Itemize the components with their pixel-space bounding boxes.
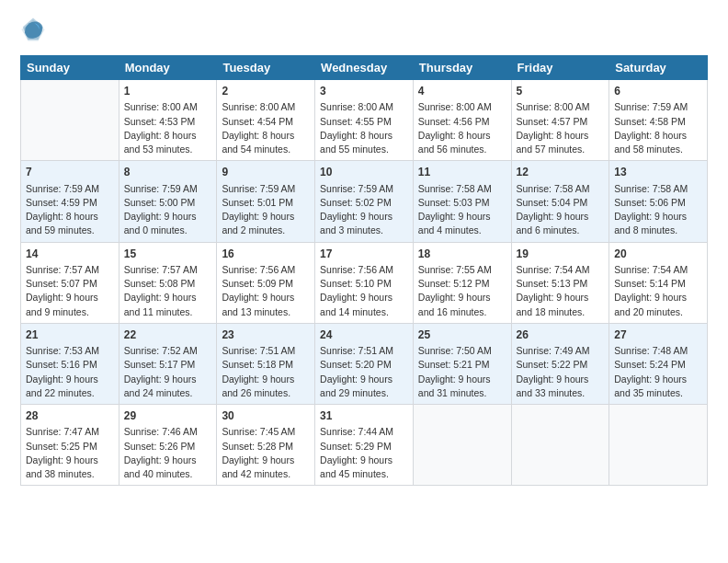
calendar-cell: 25Sunrise: 7:50 AM Sunset: 5:21 PM Dayli… — [413, 323, 511, 404]
day-info: Sunrise: 7:54 AM Sunset: 5:14 PM Dayligh… — [614, 263, 702, 319]
day-info: Sunrise: 7:47 AM Sunset: 5:25 PM Dayligh… — [26, 425, 114, 481]
col-header-monday: Monday — [119, 56, 217, 80]
day-number: 25 — [418, 327, 506, 343]
day-info: Sunrise: 7:58 AM Sunset: 5:06 PM Dayligh… — [614, 182, 702, 238]
day-number: 29 — [124, 408, 212, 424]
day-number: 9 — [222, 165, 310, 180]
day-number: 13 — [614, 165, 702, 180]
col-header-tuesday: Tuesday — [217, 56, 315, 80]
day-number: 10 — [320, 165, 408, 180]
calendar-cell: 1Sunrise: 8:00 AM Sunset: 4:53 PM Daylig… — [119, 80, 217, 161]
calendar-cell: 28Sunrise: 7:47 AM Sunset: 5:25 PM Dayli… — [21, 405, 119, 486]
page: SundayMondayTuesdayWednesdayThursdayFrid… — [0, 0, 728, 497]
day-number: 1 — [124, 84, 212, 99]
day-info: Sunrise: 7:57 AM Sunset: 5:08 PM Dayligh… — [124, 263, 212, 319]
day-number: 21 — [26, 327, 114, 343]
day-info: Sunrise: 7:49 AM Sunset: 5:22 PM Dayligh… — [517, 344, 605, 400]
day-number: 24 — [320, 327, 408, 343]
day-info: Sunrise: 7:46 AM Sunset: 5:26 PM Dayligh… — [124, 425, 212, 481]
calendar-cell: 30Sunrise: 7:45 AM Sunset: 5:28 PM Dayli… — [217, 405, 315, 486]
day-info: Sunrise: 7:59 AM Sunset: 5:00 PM Dayligh… — [124, 182, 212, 238]
calendar-cell: 15Sunrise: 7:57 AM Sunset: 5:08 PM Dayli… — [119, 242, 217, 323]
day-info: Sunrise: 7:59 AM Sunset: 4:59 PM Dayligh… — [26, 182, 114, 238]
day-info: Sunrise: 7:56 AM Sunset: 5:10 PM Dayligh… — [320, 263, 408, 319]
day-info: Sunrise: 7:58 AM Sunset: 5:04 PM Dayligh… — [517, 182, 605, 238]
calendar-week-row: 1Sunrise: 8:00 AM Sunset: 4:53 PM Daylig… — [21, 80, 708, 161]
calendar-cell: 26Sunrise: 7:49 AM Sunset: 5:22 PM Dayli… — [511, 323, 609, 404]
calendar-cell: 13Sunrise: 7:58 AM Sunset: 5:06 PM Dayli… — [609, 161, 708, 242]
day-number: 17 — [320, 247, 408, 262]
day-number: 28 — [26, 408, 114, 424]
day-number: 2 — [222, 84, 310, 99]
calendar-cell: 9Sunrise: 7:59 AM Sunset: 5:01 PM Daylig… — [217, 161, 315, 242]
day-number: 7 — [26, 165, 114, 180]
day-info: Sunrise: 7:51 AM Sunset: 5:18 PM Dayligh… — [222, 344, 310, 400]
calendar-week-row: 7Sunrise: 7:59 AM Sunset: 4:59 PM Daylig… — [21, 161, 708, 242]
col-header-saturday: Saturday — [609, 56, 708, 80]
day-info: Sunrise: 7:55 AM Sunset: 5:12 PM Dayligh… — [418, 263, 506, 319]
day-info: Sunrise: 7:52 AM Sunset: 5:17 PM Dayligh… — [124, 344, 212, 400]
day-info: Sunrise: 7:57 AM Sunset: 5:07 PM Dayligh… — [26, 263, 114, 319]
calendar-cell: 17Sunrise: 7:56 AM Sunset: 5:10 PM Dayli… — [315, 242, 414, 323]
day-info: Sunrise: 7:54 AM Sunset: 5:13 PM Dayligh… — [517, 263, 605, 319]
calendar-table: SundayMondayTuesdayWednesdayThursdayFrid… — [20, 55, 708, 486]
day-info: Sunrise: 7:53 AM Sunset: 5:16 PM Dayligh… — [26, 344, 114, 400]
day-number: 20 — [614, 247, 702, 262]
day-number: 11 — [418, 165, 506, 180]
day-number: 30 — [222, 408, 310, 424]
day-info: Sunrise: 7:59 AM Sunset: 5:01 PM Dayligh… — [222, 182, 310, 238]
day-number: 6 — [614, 84, 702, 99]
day-number: 12 — [517, 165, 605, 180]
day-info: Sunrise: 8:00 AM Sunset: 4:57 PM Dayligh… — [517, 100, 605, 156]
day-number: 22 — [124, 327, 212, 343]
day-info: Sunrise: 7:58 AM Sunset: 5:03 PM Dayligh… — [418, 182, 506, 238]
calendar-week-row: 21Sunrise: 7:53 AM Sunset: 5:16 PM Dayli… — [21, 323, 708, 404]
calendar-cell: 10Sunrise: 7:59 AM Sunset: 5:02 PM Dayli… — [315, 161, 414, 242]
day-number: 14 — [26, 247, 114, 262]
calendar-cell: 21Sunrise: 7:53 AM Sunset: 5:16 PM Dayli… — [21, 323, 119, 404]
calendar-cell: 2Sunrise: 8:00 AM Sunset: 4:54 PM Daylig… — [217, 80, 315, 161]
calendar-cell: 29Sunrise: 7:46 AM Sunset: 5:26 PM Dayli… — [119, 405, 217, 486]
calendar-cell — [21, 80, 119, 161]
calendar-cell: 6Sunrise: 7:59 AM Sunset: 4:58 PM Daylig… — [609, 80, 708, 161]
col-header-sunday: Sunday — [21, 56, 119, 80]
calendar-cell — [609, 405, 708, 486]
day-number: 26 — [517, 327, 605, 343]
day-info: Sunrise: 7:51 AM Sunset: 5:20 PM Dayligh… — [320, 344, 408, 400]
calendar-week-row: 14Sunrise: 7:57 AM Sunset: 5:07 PM Dayli… — [21, 242, 708, 323]
calendar-cell: 23Sunrise: 7:51 AM Sunset: 5:18 PM Dayli… — [217, 323, 315, 404]
calendar-cell: 11Sunrise: 7:58 AM Sunset: 5:03 PM Dayli… — [413, 161, 511, 242]
day-number: 31 — [320, 408, 408, 424]
calendar-cell: 3Sunrise: 8:00 AM Sunset: 4:55 PM Daylig… — [315, 80, 414, 161]
day-info: Sunrise: 8:00 AM Sunset: 4:54 PM Dayligh… — [222, 100, 310, 156]
day-info: Sunrise: 8:00 AM Sunset: 4:56 PM Dayligh… — [418, 100, 506, 156]
calendar-cell: 18Sunrise: 7:55 AM Sunset: 5:12 PM Dayli… — [413, 242, 511, 323]
day-number: 19 — [517, 247, 605, 262]
col-header-friday: Friday — [511, 56, 609, 80]
day-info: Sunrise: 7:59 AM Sunset: 5:02 PM Dayligh… — [320, 182, 408, 238]
calendar-cell: 20Sunrise: 7:54 AM Sunset: 5:14 PM Dayli… — [609, 242, 708, 323]
header — [20, 17, 708, 42]
day-number: 23 — [222, 327, 310, 343]
calendar-cell: 31Sunrise: 7:44 AM Sunset: 5:29 PM Dayli… — [315, 405, 414, 486]
day-number: 27 — [614, 327, 702, 343]
col-header-wednesday: Wednesday — [315, 56, 414, 80]
calendar-cell: 19Sunrise: 7:54 AM Sunset: 5:13 PM Dayli… — [511, 242, 609, 323]
day-number: 18 — [418, 247, 506, 262]
calendar-header-row: SundayMondayTuesdayWednesdayThursdayFrid… — [21, 56, 708, 80]
day-info: Sunrise: 7:48 AM Sunset: 5:24 PM Dayligh… — [614, 344, 702, 400]
day-info: Sunrise: 7:44 AM Sunset: 5:29 PM Dayligh… — [320, 425, 408, 481]
col-header-thursday: Thursday — [413, 56, 511, 80]
day-number: 5 — [517, 84, 605, 99]
day-number: 4 — [418, 84, 506, 99]
logo — [20, 17, 48, 42]
day-number: 16 — [222, 247, 310, 262]
calendar-cell: 5Sunrise: 8:00 AM Sunset: 4:57 PM Daylig… — [511, 80, 609, 161]
day-number: 15 — [124, 247, 212, 262]
calendar-cell — [413, 405, 511, 486]
day-number: 8 — [124, 165, 212, 180]
day-info: Sunrise: 7:56 AM Sunset: 5:09 PM Dayligh… — [222, 263, 310, 319]
calendar-week-row: 28Sunrise: 7:47 AM Sunset: 5:25 PM Dayli… — [21, 405, 708, 486]
calendar-cell: 8Sunrise: 7:59 AM Sunset: 5:00 PM Daylig… — [119, 161, 217, 242]
day-info: Sunrise: 7:59 AM Sunset: 4:58 PM Dayligh… — [614, 100, 702, 156]
